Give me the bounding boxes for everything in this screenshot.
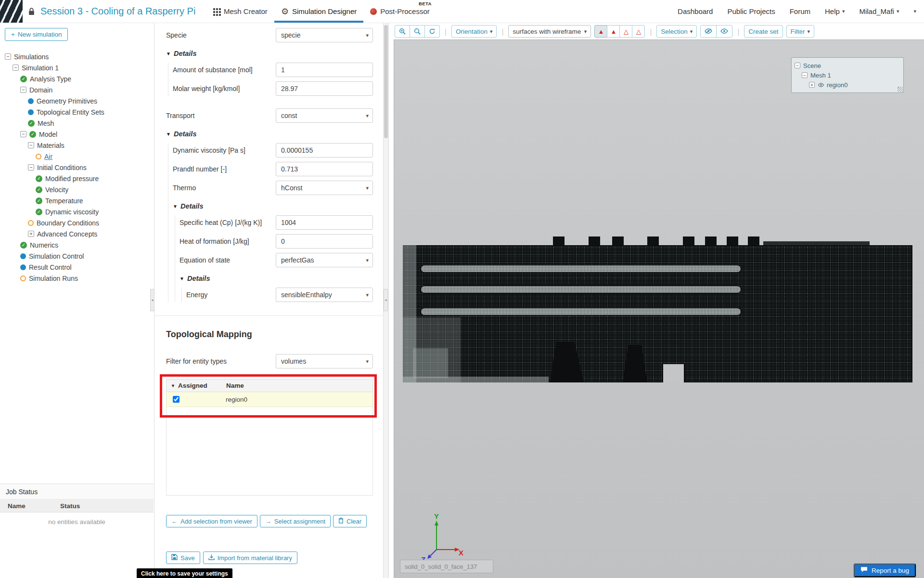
- tree-item-temperature[interactable]: ✓Temperature: [0, 195, 154, 206]
- selection-button[interactable]: Selection ▾: [656, 25, 697, 38]
- details-header[interactable]: ▼ Details: [180, 275, 373, 282]
- assigned-column-header: Assigned: [178, 382, 226, 389]
- tree-item-numerics[interactable]: ✓Numerics: [0, 239, 154, 250]
- entity-filter-row: Filter for entity types volumes ▾: [166, 354, 373, 368]
- tree-item-label: Air: [44, 153, 52, 160]
- details-header[interactable]: ▼ Details: [166, 50, 373, 57]
- scene-tree-item-mesh[interactable]: − Mesh 1: [795, 70, 900, 80]
- eye-icon[interactable]: [818, 81, 824, 89]
- tab-mesh-creator[interactable]: Mesh Creator: [206, 0, 274, 23]
- show-all-button[interactable]: [716, 25, 732, 38]
- panel-collapse-handle[interactable]: ◂: [384, 289, 388, 311]
- details-title: Details: [180, 202, 204, 210]
- assigned-checkbox[interactable]: [173, 396, 180, 403]
- nav-link-dashboard[interactable]: Dashboard: [678, 7, 713, 15]
- clear-button[interactable]: Clear: [333, 515, 367, 527]
- nav-link-help[interactable]: Help▾: [825, 7, 845, 15]
- specific-heat-input[interactable]: [276, 215, 373, 230]
- collapse-icon[interactable]: −: [28, 164, 34, 171]
- thermo-select[interactable]: hConst ▾: [276, 181, 373, 195]
- save-button[interactable]: Save: [166, 552, 200, 564]
- check-status-icon: ✓: [36, 209, 42, 215]
- orientation-button[interactable]: Orientation ▾: [451, 25, 497, 38]
- chevron-down-icon: ▾: [366, 185, 369, 191]
- details-header[interactable]: ▼ Details: [173, 202, 373, 210]
- create-set-button[interactable]: Create set: [744, 25, 783, 38]
- tree-item-initial-conditions[interactable]: −Initial Conditions: [0, 162, 154, 173]
- sidebar-collapse-handle[interactable]: ◂: [150, 289, 154, 311]
- scene-tree-item-scene[interactable]: − Scene: [795, 61, 900, 70]
- expand-icon[interactable]: +: [28, 231, 34, 237]
- tree-item-simulation-runs[interactable]: Simulation Runs: [0, 273, 154, 284]
- equation-of-state-select[interactable]: perfectGas ▾: [276, 253, 373, 267]
- tree-item-simulations[interactable]: −Simulations: [0, 51, 154, 62]
- prandtl-number-input[interactable]: [276, 162, 373, 176]
- tab-post-processor[interactable]: BETA Post-Processor: [363, 0, 436, 23]
- 3d-viewport[interactable]: − Scene − Mesh 1 + region0 Y X Z: [394, 39, 924, 578]
- tree-item-analysis-type[interactable]: ✓Analysis Type: [0, 73, 154, 84]
- heat-of-formation-input[interactable]: [276, 234, 373, 249]
- collapse-icon[interactable]: −: [28, 142, 34, 148]
- nav-link-public-projects[interactable]: Public Projects: [727, 7, 775, 15]
- user-menu[interactable]: Milad_Mafi▾: [859, 7, 899, 15]
- collapse-icon[interactable]: −: [795, 63, 800, 68]
- import-material-button[interactable]: Import from material library: [203, 552, 297, 564]
- hide-selection-button[interactable]: [700, 25, 717, 38]
- tree-item-topological-entity-sets[interactable]: Topological Entity Sets: [0, 106, 154, 118]
- report-bug-button[interactable]: Report a bug: [854, 564, 916, 577]
- transport-select[interactable]: const ▾: [276, 108, 373, 123]
- job-status-col-status: Status: [60, 502, 80, 510]
- resize-handle[interactable]: [898, 87, 903, 92]
- select-assignment-button[interactable]: → Select assignment: [260, 515, 331, 527]
- specie-select[interactable]: specie ▾: [276, 28, 373, 42]
- molar-weight-input[interactable]: [276, 81, 373, 96]
- tree-item-air[interactable]: Air: [0, 151, 154, 162]
- zoom-in-button[interactable]: [395, 25, 410, 38]
- add-selection-button[interactable]: ← Add selection from viewer: [166, 515, 257, 527]
- zoom-extents-button[interactable]: [410, 25, 425, 38]
- tree-item-domain[interactable]: −Domain: [0, 84, 154, 95]
- mesh-fin: [647, 236, 659, 246]
- collapse-icon[interactable]: −: [802, 72, 808, 78]
- collapse-icon[interactable]: −: [20, 87, 26, 93]
- tree-item-materials[interactable]: −Materials: [0, 140, 154, 151]
- tree-item-simulation-1[interactable]: −Simulation 1: [0, 62, 154, 73]
- tree-item-mesh[interactable]: ✓Mesh: [0, 118, 154, 129]
- tree-item-dynamic-viscosity[interactable]: ✓Dynamic viscosity: [0, 206, 154, 217]
- tree-item-velocity[interactable]: ✓Velocity: [0, 184, 154, 195]
- tree-item-modified-pressure[interactable]: ✓Modified pressure: [0, 173, 154, 184]
- refresh-view-button[interactable]: [424, 25, 440, 38]
- amount-of-substance-input[interactable]: [276, 63, 373, 77]
- assignment-table-header[interactable]: ▼ Assigned Name: [166, 379, 373, 392]
- new-simulation-button[interactable]: + New simulation: [5, 28, 68, 41]
- collapse-icon[interactable]: −: [5, 53, 11, 60]
- collapse-icon[interactable]: −: [20, 131, 26, 137]
- collapse-icon[interactable]: −: [13, 65, 19, 71]
- outline-faces-toggle[interactable]: △: [619, 25, 632, 38]
- navbar-collapse-toggle[interactable]: ▾: [913, 8, 916, 14]
- table-row-region0[interactable]: region0: [166, 392, 373, 407]
- simscale-logo[interactable]: [0, 0, 23, 23]
- details-header[interactable]: ▼ Details: [166, 130, 373, 138]
- expand-icon[interactable]: +: [809, 82, 815, 88]
- tab-simulation-designer[interactable]: ⚙ Simulation Designer: [274, 0, 363, 23]
- flip-normals-toggle[interactable]: △: [632, 25, 645, 38]
- scrollbar-thumb[interactable]: [384, 25, 388, 138]
- front-faces-toggle[interactable]: ▲: [594, 25, 607, 38]
- entity-filter-select[interactable]: volumes ▾: [276, 354, 373, 368]
- tree-item-result-control[interactable]: Result Control: [0, 262, 154, 273]
- tree-item-label: Advanced Concepts: [37, 230, 97, 238]
- render-mode-select[interactable]: surfaces with wireframe ▾: [508, 25, 591, 38]
- dynamic-viscosity-input[interactable]: [276, 143, 373, 158]
- tree-item-model[interactable]: −✓Model: [0, 129, 154, 140]
- tree-item-geometry-primitives[interactable]: Geometry Primitives: [0, 95, 154, 106]
- back-faces-toggle[interactable]: ▲: [607, 25, 620, 38]
- tree-item-simulation-control[interactable]: Simulation Control: [0, 250, 154, 262]
- filter-button[interactable]: Filter ▾: [786, 25, 815, 38]
- plus-icon: +: [11, 31, 15, 38]
- energy-select[interactable]: sensibleEnthalpy ▾: [276, 288, 373, 302]
- tree-item-boundary-conditions[interactable]: Boundary Conditions: [0, 217, 154, 228]
- tree-item-advanced-concepts[interactable]: +Advanced Concepts: [0, 228, 154, 239]
- scene-tree-item-region0[interactable]: + region0: [795, 80, 900, 90]
- nav-link-forum[interactable]: Forum: [790, 7, 810, 15]
